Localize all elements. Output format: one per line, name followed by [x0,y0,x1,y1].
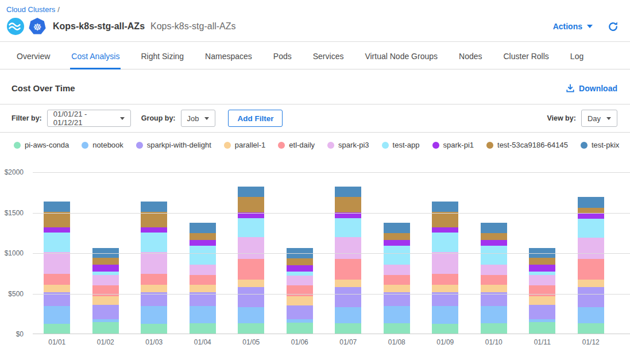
bar-01/08[interactable] [384,223,410,334]
bar-segment-pi-aws-conda[interactable] [529,322,555,334]
bar-segment-sparkpi-with-delight[interactable] [384,292,410,306]
bar-segment-sparkpi-with-delight[interactable] [578,287,604,307]
bar-segment-test-pkix[interactable] [481,223,507,233]
bar-segment-pi-aws-conda[interactable] [44,324,70,334]
bar-segment-parallel-1[interactable] [384,285,410,292]
bar-segment-test-app[interactable] [238,218,264,237]
add-filter-button[interactable]: Add Filter [228,110,283,127]
bar-segment-test-53ca9186-64145[interactable] [190,233,216,240]
bar-segment-test-pkix[interactable] [432,202,458,212]
tab-right-sizing[interactable]: Right Sizing [140,42,185,69]
bar-segment-spark-pi3[interactable] [481,265,507,275]
bar-segment-test-53ca9186-64145[interactable] [432,212,458,228]
legend-item-test-53ca9186-64145[interactable]: test-53ca9186-64145 [486,141,568,149]
bar-segment-etl-daily[interactable] [432,274,458,285]
bar-segment-test-pkix[interactable] [384,223,410,233]
bar-segment-spark-pi3[interactable] [141,252,167,274]
bar-segment-test-app[interactable] [190,246,216,264]
bar-segment-spark-pi3[interactable] [238,237,264,260]
bar-segment-sparkpi-with-delight[interactable] [529,305,555,319]
bar-segment-test-pkix[interactable] [578,197,604,207]
bar-segment-sparkpi-with-delight[interactable] [44,292,70,306]
bar-segment-etl-daily[interactable] [578,259,604,279]
bar-segment-spark-pi1[interactable] [384,240,410,246]
bar-segment-sparkpi-with-delight[interactable] [432,292,458,306]
bar-segment-parallel-1[interactable] [432,285,458,292]
bar-segment-notebook[interactable] [190,306,216,323]
bar-01/12[interactable] [578,197,604,334]
bar-segment-spark-pi3[interactable] [335,237,361,260]
bar-segment-spark-pi1[interactable] [335,212,361,218]
view-by-select[interactable]: Day [581,110,617,127]
tab-overview[interactable]: Overview [16,42,51,69]
bar-segment-notebook[interactable] [335,307,361,324]
legend-item-test-app[interactable]: test-app [382,141,420,149]
bar-segment-spark-pi3[interactable] [44,252,70,274]
bar-segment-sparkpi-with-delight[interactable] [335,287,361,307]
tab-nodes[interactable]: Nodes [458,42,483,69]
bar-01/09[interactable] [432,202,458,334]
bar-01/04[interactable] [190,223,216,334]
bar-segment-pi-aws-conda[interactable] [335,323,361,334]
bar-segment-sparkpi-with-delight[interactable] [481,292,507,306]
bar-segment-test-pkix[interactable] [44,202,70,212]
breadcrumb-link-cloud-clusters[interactable]: Cloud Clusters [6,5,55,14]
tab-virtual-node-groups[interactable]: Virtual Node Groups [364,42,439,69]
tab-pods[interactable]: Pods [272,42,293,69]
bar-segment-spark-pi1[interactable] [92,265,119,271]
bar-segment-spark-pi1[interactable] [141,227,167,233]
bar-segment-test-53ca9186-64145[interactable] [481,233,507,240]
bar-segment-etl-daily[interactable] [335,259,361,279]
bar-segment-notebook[interactable] [238,307,264,324]
legend-item-sparkpi-with-delight[interactable]: sparkpi-with-delight [136,141,211,149]
bar-segment-parallel-1[interactable] [238,280,264,287]
bar-01/01[interactable] [44,202,70,334]
bar-segment-test-53ca9186-64145[interactable] [287,258,313,265]
bar-segment-test-53ca9186-64145[interactable] [92,258,119,265]
bar-segment-etl-daily[interactable] [481,275,507,285]
bar-segment-parallel-1[interactable] [578,280,604,287]
bar-segment-parallel-1[interactable] [335,280,361,287]
bar-segment-spark-pi3[interactable] [384,265,410,275]
bar-segment-spark-pi1[interactable] [238,212,264,218]
bar-segment-test-53ca9186-64145[interactable] [141,212,167,228]
bar-segment-test-53ca9186-64145[interactable] [529,258,555,265]
bar-segment-pi-aws-conda[interactable] [190,323,216,334]
bar-segment-parallel-1[interactable] [287,296,313,305]
bar-segment-pi-aws-conda[interactable] [384,323,410,334]
bar-01/07[interactable] [335,187,361,334]
bar-segment-spark-pi1[interactable] [432,227,458,233]
bar-segment-test-app[interactable] [432,233,458,252]
bar-01/03[interactable] [141,202,167,334]
bar-segment-spark-pi3[interactable] [578,238,604,259]
bar-segment-test-app[interactable] [578,219,604,238]
bar-segment-notebook[interactable] [432,306,458,324]
tab-namespaces[interactable]: Namespaces [204,42,253,69]
bar-segment-spark-pi1[interactable] [578,214,604,219]
bar-segment-sparkpi-with-delight[interactable] [190,292,216,306]
bar-segment-parallel-1[interactable] [190,285,216,292]
download-button[interactable]: Download [566,84,617,93]
bar-segment-test-53ca9186-64145[interactable] [384,233,410,240]
bar-segment-etl-daily[interactable] [92,285,119,296]
bar-segment-notebook[interactable] [578,307,604,324]
bar-segment-spark-pi3[interactable] [92,275,119,285]
bar-segment-spark-pi1[interactable] [481,240,507,246]
bar-segment-pi-aws-conda[interactable] [287,323,313,334]
legend-item-etl-daily[interactable]: etl-daily [278,141,315,149]
bar-segment-pi-aws-conda[interactable] [141,324,167,334]
bar-segment-test-53ca9186-64145[interactable] [44,212,70,228]
legend-item-notebook[interactable]: notebook [82,141,123,149]
bar-segment-etl-daily[interactable] [384,275,410,285]
bar-segment-spark-pi3[interactable] [432,252,458,274]
bar-segment-test-pkix[interactable] [238,187,264,197]
tab-log[interactable]: Log [569,42,585,69]
bar-segment-spark-pi1[interactable] [287,265,313,272]
bar-01/06[interactable] [287,248,313,334]
bar-segment-parallel-1[interactable] [481,285,507,292]
bar-segment-pi-aws-conda[interactable] [432,324,458,334]
legend-item-test-pkix[interactable]: test-pkix [581,141,619,149]
bar-segment-parallel-1[interactable] [44,285,70,292]
legend-item-parallel-1[interactable]: parallel-1 [224,141,265,149]
bar-segment-notebook[interactable] [44,306,70,324]
